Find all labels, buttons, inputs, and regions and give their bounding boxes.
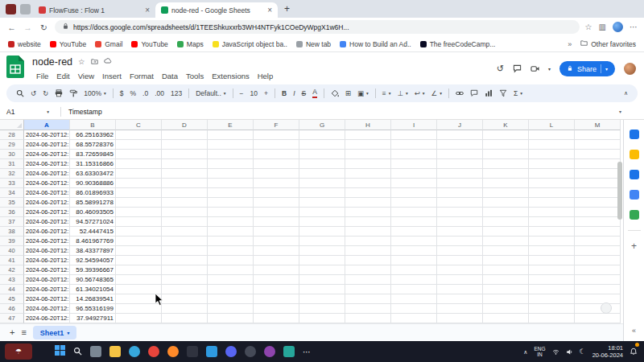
cell-value[interactable]: 90.90368886 [70, 179, 116, 188]
cell-value[interactable]: 86.01896933 [70, 188, 116, 198]
bookmark-item[interactable]: Gmail [95, 40, 122, 48]
cell-empty[interactable] [391, 169, 437, 179]
cell-empty[interactable] [575, 198, 621, 208]
cell-empty[interactable] [575, 188, 621, 198]
cell-empty[interactable] [162, 198, 208, 208]
toolbar-font-select[interactable]: Default..▾ [196, 89, 225, 97]
cell-empty[interactable] [254, 217, 299, 227]
browser-menu-icon[interactable]: ⋯ [630, 23, 638, 31]
cell-empty[interactable] [116, 208, 162, 217]
cell-timestamp[interactable]: 2024-06-20T12: [24, 179, 70, 188]
cell-empty[interactable] [208, 304, 254, 314]
cell-empty[interactable] [529, 314, 575, 323]
cell-timestamp[interactable]: 2024-06-20T12: [24, 265, 70, 275]
toolbar-text-rotation[interactable]: ∠▾ [431, 89, 442, 97]
cell-empty[interactable] [345, 198, 391, 208]
cell-empty[interactable] [208, 314, 254, 323]
cell-empty[interactable] [575, 159, 621, 169]
cell-empty[interactable] [483, 217, 529, 227]
cell-empty[interactable] [391, 130, 437, 140]
toolbar-vertical-align[interactable]: ⊥▾ [398, 89, 408, 97]
cell-timestamp[interactable]: 2024-06-20T12: [24, 217, 70, 227]
cell-empty[interactable] [483, 227, 529, 237]
row-header[interactable]: 35 [0, 198, 24, 208]
cell-empty[interactable] [345, 294, 391, 304]
sidepanel-contacts-icon[interactable] [630, 190, 639, 200]
sidepanel-tasks-icon[interactable] [630, 170, 639, 179]
cell-empty[interactable] [162, 304, 208, 314]
cell-empty[interactable] [391, 314, 437, 323]
cell-empty[interactable] [575, 130, 621, 140]
star-icon[interactable]: ☆ [78, 58, 85, 66]
toolbar-increase-font-size[interactable]: + [264, 89, 268, 97]
cell-empty[interactable] [529, 227, 575, 237]
cell-empty[interactable] [162, 159, 208, 169]
cell-timestamp[interactable]: 2024-06-20T12: [24, 304, 70, 314]
row-header[interactable]: 37 [0, 217, 24, 227]
cell-value[interactable]: 68.55728376 [70, 140, 116, 150]
cell-timestamp[interactable]: 2024-06-20T12: [24, 188, 70, 198]
cell-empty[interactable] [208, 237, 254, 246]
browser-tab[interactable]: FlowFuse : Flow 1× [33, 2, 155, 18]
cell-value[interactable]: 90.56748365 [70, 275, 116, 285]
toolbar-fill-color[interactable] [331, 89, 339, 97]
cell-empty[interactable] [299, 169, 345, 179]
taskbar-more-icon[interactable]: ⋯ [303, 348, 311, 356]
cell-empty[interactable] [345, 169, 391, 179]
cell-empty[interactable] [345, 265, 391, 275]
taskbar-edge-icon[interactable] [129, 346, 140, 357]
cell-empty[interactable] [529, 208, 575, 217]
cell-empty[interactable] [299, 294, 345, 304]
row-header[interactable]: 28 [0, 130, 24, 140]
cell-empty[interactable] [483, 188, 529, 198]
column-header-F[interactable]: F [254, 120, 299, 130]
row-header[interactable]: 41 [0, 256, 24, 265]
row-header[interactable]: 39 [0, 237, 24, 246]
cell-timestamp[interactable]: 2024-06-20T12: [24, 208, 70, 217]
cloud-status-icon[interactable] [104, 57, 112, 67]
cell-timestamp[interactable]: 2024-06-20T12: [24, 246, 70, 256]
select-all-corner[interactable] [0, 120, 24, 130]
cell-timestamp[interactable]: 2024-06-20T12: [24, 169, 70, 179]
cell-empty[interactable] [162, 294, 208, 304]
column-header-G[interactable]: G [299, 120, 345, 130]
cell-empty[interactable] [437, 275, 483, 285]
other-favorites-button[interactable]: Other favorites [580, 39, 636, 48]
cell-empty[interactable] [391, 208, 437, 217]
taskbar-terminal-icon[interactable] [187, 346, 198, 357]
document-title[interactable]: node-red [32, 56, 72, 68]
url-field[interactable]: https://docs.google.com/spreadsheets/d/1… [55, 20, 580, 34]
toolbar-insert-chart[interactable] [485, 89, 493, 97]
cell-empty[interactable] [437, 198, 483, 208]
cell-empty[interactable] [116, 246, 162, 256]
cell-empty[interactable] [529, 265, 575, 275]
cell-empty[interactable] [299, 188, 345, 198]
all-sheets-icon[interactable]: ≡ [21, 328, 26, 337]
cell-empty[interactable] [299, 246, 345, 256]
row-header[interactable]: 30 [0, 150, 24, 159]
cell-empty[interactable] [483, 265, 529, 275]
cell-empty[interactable] [437, 285, 483, 294]
cell-empty[interactable] [529, 285, 575, 294]
cell-empty[interactable] [575, 294, 621, 304]
cell-empty[interactable] [299, 217, 345, 227]
taskbar-vscode-icon[interactable] [206, 346, 217, 357]
cell-empty[interactable] [437, 227, 483, 237]
row-header[interactable]: 45 [0, 294, 24, 304]
cell-value[interactable]: 61.34021054 [70, 285, 116, 294]
meet-caret-icon[interactable]: ▾ [548, 67, 551, 72]
cell-empty[interactable] [254, 265, 299, 275]
cell-empty[interactable] [575, 150, 621, 159]
vertical-scrollbar[interactable] [617, 131, 622, 322]
cell-empty[interactable] [345, 179, 391, 188]
cell-empty[interactable] [299, 304, 345, 314]
cell-empty[interactable] [391, 227, 437, 237]
cell-empty[interactable] [483, 198, 529, 208]
tab-close-icon[interactable]: × [145, 6, 150, 14]
cell-empty[interactable] [116, 265, 162, 275]
sheet-tab-active[interactable]: Sheet1 ▾ [33, 326, 76, 339]
forward-button[interactable]: → [23, 23, 33, 32]
cell-empty[interactable] [162, 237, 208, 246]
cell-empty[interactable] [254, 227, 299, 237]
toolbar-insert-comment[interactable] [470, 89, 478, 97]
